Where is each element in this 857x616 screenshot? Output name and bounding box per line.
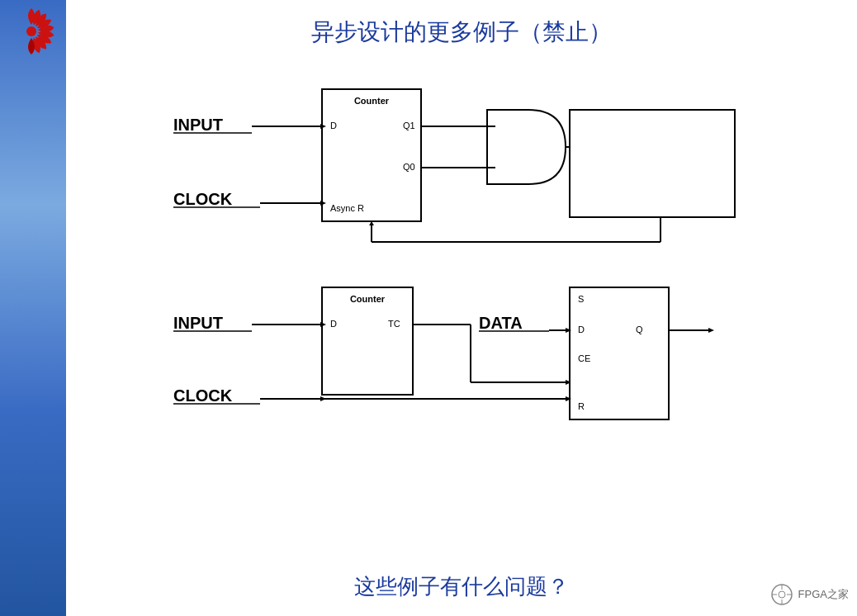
fpga-logo-area: FPGA之家 [770, 583, 849, 606]
svg-text:D: D [330, 121, 337, 130]
diagram1: Counter D Q1 Q0 Async R INPUT CLOCK [91, 64, 832, 254]
svg-rect-1 [322, 89, 421, 221]
svg-text:DATA: DATA [479, 314, 523, 332]
svg-text:Async R: Async R [330, 203, 364, 213]
svg-point-0 [26, 26, 36, 36]
svg-text:CLOCK: CLOCK [173, 386, 233, 405]
svg-text:Q0: Q0 [403, 162, 415, 172]
logo-area [7, 7, 59, 59]
svg-point-57 [779, 591, 785, 598]
svg-text:Q: Q [636, 325, 643, 334]
svg-text:D: D [330, 319, 337, 329]
svg-marker-53 [708, 328, 714, 333]
main-content: 异步设计的更多例子（禁止） Counter D Q1 Q0 Async R IN… [66, 0, 857, 616]
svg-text:INPUT: INPUT [173, 116, 223, 134]
svg-text:INPUT: INPUT [173, 314, 223, 332]
fpga-icon [770, 583, 793, 606]
diagram1-svg: Counter D Q1 Q0 Async R INPUT CLOCK [91, 64, 801, 254]
diagram2: Counter D TC INPUT CLOCK DATA [91, 263, 832, 444]
bottom-question: 这些例子有什么问题？ [66, 572, 857, 601]
svg-text:Counter: Counter [354, 96, 390, 106]
svg-text:CLOCK: CLOCK [173, 190, 233, 208]
svg-rect-20 [570, 110, 735, 217]
svg-text:Q1: Q1 [403, 121, 415, 130]
page-title: 异步设计的更多例子（禁止） [91, 17, 832, 48]
svg-text:D: D [578, 325, 585, 334]
sidebar [0, 0, 66, 616]
sun-logo-icon [7, 7, 56, 56]
svg-text:R: R [578, 401, 585, 411]
diagram2-svg: Counter D TC INPUT CLOCK DATA [91, 263, 801, 444]
svg-text:Counter: Counter [350, 294, 386, 304]
svg-text:TC: TC [388, 319, 400, 329]
svg-text:S: S [578, 294, 584, 304]
svg-text:CE: CE [578, 353, 590, 363]
